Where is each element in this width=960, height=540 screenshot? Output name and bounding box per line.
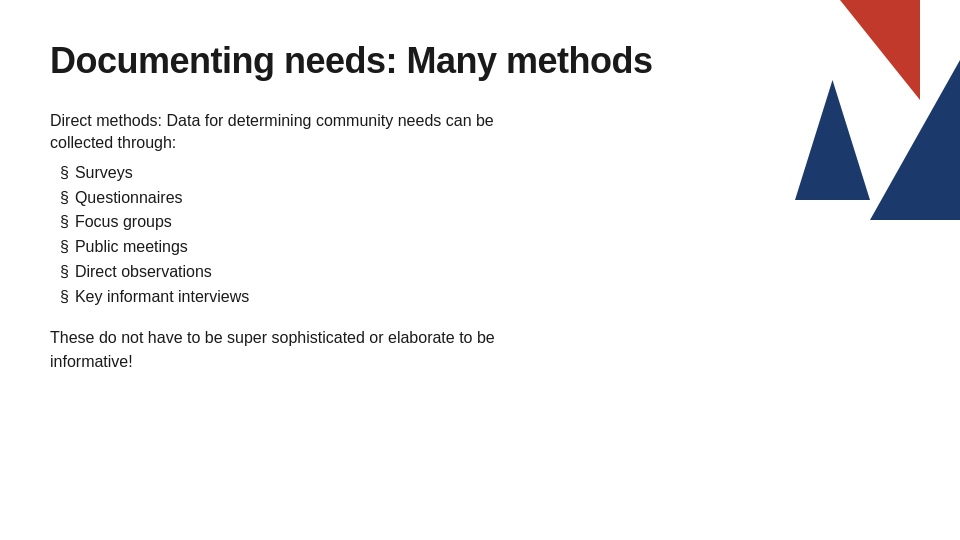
intro-text: Direct methods: Data for determining com… [50,110,910,155]
intro-line1: Direct methods: Data for determining com… [50,112,494,129]
slide: Documenting needs: Many methods Direct m… [0,0,960,540]
list-item: Questionnaires [60,186,910,211]
blue-triangle-shape [795,80,870,200]
intro-line2: collected through: [50,134,176,151]
list-item: Surveys [60,161,910,186]
bullet-list: Surveys Questionnaires Focus groups Publ… [60,161,910,310]
footer-text: These do not have to be super sophistica… [50,326,910,374]
footer-line1: These do not have to be super sophistica… [50,329,495,346]
list-item: Focus groups [60,210,910,235]
footer-line2: informative! [50,353,133,370]
list-item: Public meetings [60,235,910,260]
list-item: Key informant interviews [60,285,910,310]
red-shape [840,0,920,100]
decoration [800,0,960,160]
list-item: Direct observations [60,260,910,285]
slide-title: Documenting needs: Many methods [50,40,910,82]
